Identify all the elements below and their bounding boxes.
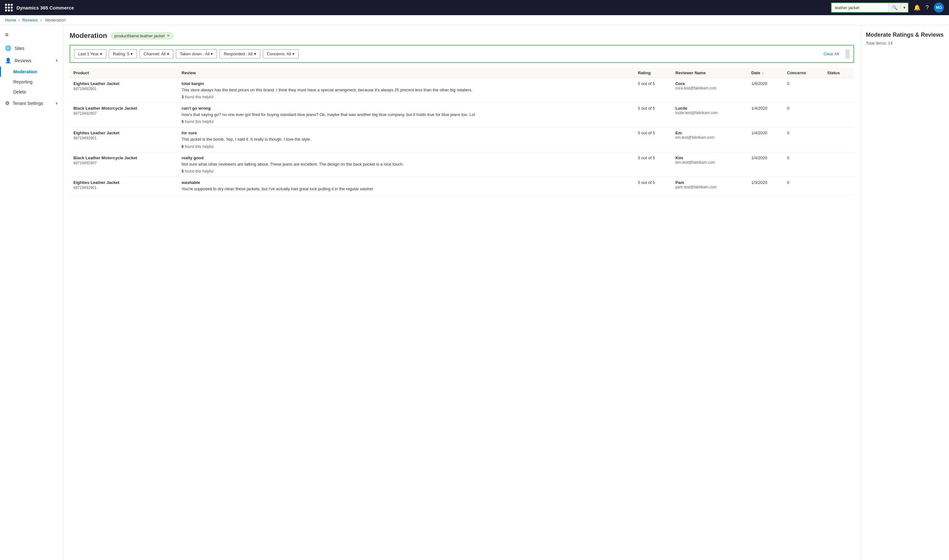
col-product: Product bbox=[69, 68, 178, 78]
reviewer-name-3: Kim bbox=[675, 155, 744, 160]
sidebar-tenant-label: Tenant Settings bbox=[13, 101, 43, 106]
reviewer-email-0: cora.test@fabrikam.com bbox=[675, 86, 744, 91]
tenant-settings-icon: ⚙ bbox=[5, 100, 9, 106]
search-input[interactable] bbox=[832, 3, 889, 12]
content-area: Moderation productName:leather jacket ✕ … bbox=[63, 25, 949, 560]
col-review: Review bbox=[178, 68, 634, 78]
breadcrumb-reviews[interactable]: Reviews bbox=[22, 18, 38, 22]
cell-rating-2: 5 out of 5 bbox=[634, 128, 671, 152]
page-header: Moderation productName:leather jacket ✕ bbox=[69, 32, 854, 40]
review-title-0: total bargin bbox=[182, 81, 630, 86]
cell-status-2 bbox=[823, 128, 854, 152]
col-rating: Rating bbox=[634, 68, 671, 78]
table-header-row: Product Review Rating Reviewer Name Date… bbox=[69, 68, 854, 78]
nav-left: Dynamics 365 Commerce bbox=[5, 4, 831, 11]
product-name-0: Eighties Leather Jacket bbox=[73, 81, 174, 86]
sidebar-item-reporting[interactable]: Reporting bbox=[0, 77, 63, 87]
reviewer-name-4: Pam bbox=[675, 180, 744, 185]
right-panel: Moderate Ratings & Reviews Total Items: … bbox=[860, 25, 949, 560]
product-name-1: Black Leather Motorcycle Jacket bbox=[73, 106, 174, 111]
sidebar-group-reviews[interactable]: 👤 Reviews ∧ bbox=[0, 54, 63, 67]
reviewer-name-1: Lucile bbox=[675, 106, 744, 111]
product-id-3: 68719492907 bbox=[73, 161, 174, 165]
review-body-4: You're supposed to dry clean these jacke… bbox=[182, 186, 630, 192]
date-sort-icon: ↓ bbox=[762, 71, 764, 75]
filter-tag-label: productName:leather jacket bbox=[114, 34, 165, 38]
reviewer-email-2: em.test@fabrikam.com bbox=[675, 135, 744, 140]
cell-review-4: washable You're supposed to dry clean th… bbox=[178, 177, 634, 195]
filter-rating-dropdown[interactable]: Rating: 5 ▾ bbox=[109, 49, 137, 58]
sidebar-item-delete[interactable]: Delete bbox=[0, 87, 63, 97]
reviewer-email-4: pam.test@fabrikam.com bbox=[675, 185, 744, 189]
col-status: Status bbox=[823, 68, 854, 78]
cell-date-3: 1/4/2020 bbox=[747, 152, 783, 177]
sidebar-reviews-label: Reviews bbox=[15, 58, 31, 63]
cell-status-0 bbox=[823, 78, 854, 103]
search-dropdown-button[interactable]: ▾ bbox=[901, 3, 908, 12]
table-row[interactable]: Black Leather Motorcycle Jacket 68719492… bbox=[69, 152, 854, 177]
sidebar-item-moderation[interactable]: Moderation bbox=[0, 67, 63, 77]
sidebar-reporting-label: Reporting bbox=[13, 79, 32, 85]
cell-reviewer-0: Cora cora.test@fabrikam.com bbox=[671, 78, 747, 103]
cell-rating-3: 5 out of 5 bbox=[634, 152, 671, 177]
breadcrumb-moderation: Moderation bbox=[45, 18, 66, 22]
avatar[interactable]: MG bbox=[934, 3, 944, 12]
filter-concerns-chevron-icon: ▾ bbox=[292, 52, 295, 56]
col-reviewer: Reviewer Name bbox=[671, 68, 747, 78]
filter-responded-dropdown[interactable]: Responded : All ▾ bbox=[219, 49, 260, 58]
review-body-2: This jacket is the bomb. Yep, I said it.… bbox=[182, 137, 630, 142]
cell-date-4: 1/3/2020 bbox=[747, 177, 783, 195]
cell-reviewer-1: Lucile lucile.test@fabrikam.com bbox=[671, 103, 747, 128]
sidebar-item-sites[interactable]: 🌐 Sites bbox=[0, 42, 63, 54]
filter-channel-dropdown[interactable]: Channel: All ▾ bbox=[139, 49, 173, 58]
cell-rating-0: 5 out of 5 bbox=[634, 78, 671, 103]
search-button[interactable]: 🔍 bbox=[889, 3, 901, 12]
breadcrumb-home[interactable]: Home bbox=[5, 18, 16, 22]
table-row[interactable]: Eighties Leather Jacket 68719492901 for … bbox=[69, 128, 854, 152]
reviews-icon: 👤 bbox=[5, 57, 11, 63]
helpful-3: 5 found this helpful bbox=[182, 169, 630, 174]
filter-concerns-label: Concerns: All bbox=[267, 52, 291, 56]
table-row[interactable]: Black Leather Motorcycle Jacket 68719492… bbox=[69, 103, 854, 128]
app-title: Dynamics 365 Commerce bbox=[17, 5, 74, 11]
sidebar-delete-label: Delete bbox=[13, 89, 26, 94]
product-id-4: 68719492901 bbox=[73, 186, 174, 190]
waffle-menu-icon[interactable] bbox=[5, 4, 13, 11]
review-title-4: washable bbox=[182, 180, 630, 185]
cell-product-3: Black Leather Motorcycle Jacket 68719492… bbox=[69, 152, 178, 177]
filter-concerns-dropdown[interactable]: Concerns: All ▾ bbox=[263, 49, 299, 58]
col-date[interactable]: Date ↓ bbox=[747, 68, 783, 78]
filter-tag-close-icon[interactable]: ✕ bbox=[167, 34, 170, 38]
help-icon[interactable]: ? bbox=[926, 5, 929, 11]
top-navigation: Dynamics 365 Commerce 🔍 ▾ 🔔 ? MG bbox=[0, 0, 949, 15]
sites-icon: 🌐 bbox=[5, 45, 11, 51]
total-items-label: Total Items: bbox=[866, 41, 887, 46]
sidebar-item-tenant-settings[interactable]: ⚙ Tenant Settings ∨ bbox=[0, 97, 63, 109]
sidebar-toggle[interactable]: ≡ bbox=[0, 28, 63, 42]
sidebar: ≡ 🌐 Sites 👤 Reviews ∧ Moderation Reporti… bbox=[0, 25, 63, 560]
table-row[interactable]: Eighties Leather Jacket 68719492901 tota… bbox=[69, 78, 854, 103]
page-title: Moderation bbox=[69, 32, 107, 40]
cell-status-4 bbox=[823, 177, 854, 195]
cell-reviewer-4: Pam pam.test@fabrikam.com bbox=[671, 177, 747, 195]
filter-takendown-dropdown[interactable]: Taken down : All ▾ bbox=[176, 49, 217, 58]
table-row[interactable]: Eighties Leather Jacket 68719492901 wash… bbox=[69, 177, 854, 195]
helpful-0: 3 found this helpful bbox=[182, 95, 630, 99]
review-title-2: for sure bbox=[182, 131, 630, 135]
clear-all-button[interactable]: Clear All bbox=[821, 50, 841, 57]
cell-status-1 bbox=[823, 103, 854, 128]
filter-responded-label: Responded : All bbox=[224, 52, 252, 56]
notification-icon[interactable]: 🔔 bbox=[914, 4, 921, 11]
cell-review-2: for sure This jacket is the bomb. Yep, I… bbox=[178, 128, 634, 152]
product-id-1: 68719492907 bbox=[73, 111, 174, 116]
helpful-2: 6 found this helpful bbox=[182, 145, 630, 149]
filter-year-dropdown[interactable]: Last 1 Year ▾ bbox=[74, 49, 106, 58]
cell-review-3: really good Not sure what other reviewer… bbox=[178, 152, 634, 177]
global-search-box[interactable]: 🔍 ▾ bbox=[831, 3, 909, 12]
cell-date-0: 1/8/2020 bbox=[747, 78, 783, 103]
filter-scrollbar-handle[interactable] bbox=[845, 49, 850, 58]
product-name-4: Eighties Leather Jacket bbox=[73, 180, 174, 185]
filter-tag-chip[interactable]: productName:leather jacket ✕ bbox=[111, 32, 173, 39]
reviewer-email-1: lucile.test@fabrikam.com bbox=[675, 111, 744, 115]
review-table: Product Review Rating Reviewer Name Date… bbox=[69, 68, 854, 195]
